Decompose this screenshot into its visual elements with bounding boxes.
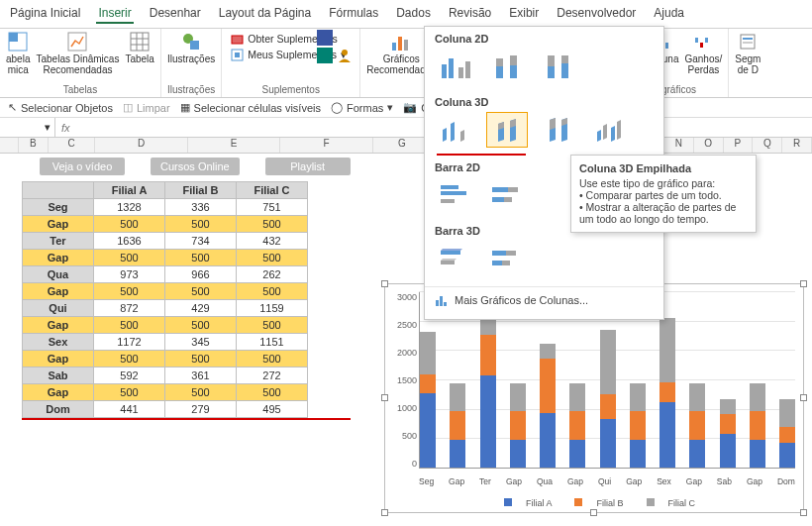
stacked-column-3d[interactable]	[486, 112, 528, 148]
table-cell[interactable]: 429	[165, 300, 237, 317]
table-row[interactable]: Qua973966262	[23, 266, 308, 283]
playlist-button[interactable]: Playlist	[265, 158, 351, 175]
table-row[interactable]: Qui8724291159	[23, 300, 308, 317]
table-cell[interactable]: 272	[237, 368, 308, 384]
table-cell[interactable]: 973	[94, 266, 165, 283]
table-cell[interactable]: 500	[165, 384, 237, 401]
table-cell[interactable]: 441	[94, 401, 165, 418]
col-c[interactable]: C	[49, 138, 96, 153]
select-visible-button[interactable]: ▦Selecionar células visíveis	[180, 101, 321, 114]
tab-dev[interactable]: Desenvolvedor	[555, 4, 638, 24]
table-row[interactable]: Sab592361272	[23, 368, 308, 384]
tab-inserir[interactable]: Inserir	[96, 4, 133, 24]
table-row[interactable]: Sex11723451151	[23, 334, 308, 351]
table-cell[interactable]: 345	[165, 334, 237, 351]
table-cell[interactable]: 1159	[237, 300, 308, 317]
name-box[interactable]: ▾	[0, 118, 55, 137]
table-cell[interactable]: 872	[94, 300, 165, 317]
table-cell[interactable]: 500	[94, 384, 165, 401]
table-cell[interactable]: 592	[94, 368, 165, 384]
table-cell[interactable]: 500	[237, 351, 308, 368]
table-cell[interactable]: 500	[165, 250, 237, 266]
stacked-column-2d[interactable]	[486, 49, 528, 84]
col-d[interactable]: D	[95, 138, 187, 153]
stacked100-column-2d[interactable]	[538, 49, 579, 84]
fx-icon[interactable]: fx	[55, 122, 76, 134]
clustered-bar-3d[interactable]	[435, 241, 476, 276]
col-f[interactable]: F	[280, 138, 372, 153]
rec-pivot-button[interactable]: Tabelas Dinâmicas Recomendadas	[36, 31, 119, 75]
table-cell[interactable]: 500	[165, 351, 237, 368]
table-cell[interactable]: 1151	[237, 334, 308, 351]
tab-ajuda[interactable]: Ajuda	[652, 4, 686, 24]
pivot-table-button[interactable]: abela mica	[6, 31, 30, 75]
col-o[interactable]: O	[694, 138, 724, 153]
table-row[interactable]: Gap500500500	[23, 250, 308, 266]
people-icon[interactable]	[337, 48, 353, 63]
table-row[interactable]: Ter1636734432	[23, 233, 308, 250]
table-row[interactable]: Gap500500500	[23, 216, 308, 233]
table-cell[interactable]: 1172	[94, 334, 165, 351]
tab-revisao[interactable]: Revisão	[447, 4, 493, 24]
data-table[interactable]: Filial A Filial B Filial C Seg1328336751…	[22, 181, 308, 418]
table-cell[interactable]: 279	[165, 401, 237, 418]
table-row[interactable]: Gap500500500	[23, 351, 308, 368]
table-cell[interactable]: 500	[237, 283, 308, 300]
courses-button[interactable]: Cursos Online	[151, 158, 240, 175]
table-cell[interactable]: 500	[165, 317, 237, 334]
table-row[interactable]: Dom441279495	[23, 401, 308, 418]
table-cell[interactable]: 1328	[94, 199, 165, 216]
tab-exibir[interactable]: Exibir	[507, 4, 541, 24]
table-cell[interactable]: 500	[237, 250, 308, 266]
visio-icon[interactable]	[317, 30, 333, 46]
table-cell[interactable]: 500	[237, 384, 308, 401]
select-objects-button[interactable]: ↖Selecionar Objetos	[8, 101, 113, 114]
table-cell[interactable]: 500	[94, 351, 165, 368]
col-q[interactable]: Q	[753, 138, 782, 153]
tab-layout[interactable]: Layout da Página	[217, 4, 313, 24]
table-cell[interactable]: 751	[237, 199, 308, 216]
tab-home[interactable]: Página Inicial	[8, 4, 82, 24]
table-cell[interactable]: 500	[94, 283, 165, 300]
tab-dados[interactable]: Dados	[394, 4, 433, 24]
table-cell[interactable]: 262	[237, 266, 308, 283]
col-b[interactable]: B	[19, 138, 49, 153]
stacked-bar-3d[interactable]	[486, 241, 528, 276]
table-cell[interactable]: 734	[165, 233, 237, 250]
clustered-column-3d[interactable]	[435, 112, 476, 148]
stacked-bar-2d[interactable]	[486, 177, 528, 213]
col-p[interactable]: P	[724, 138, 754, 153]
bing-icon[interactable]	[317, 48, 333, 63]
clustered-column-2d[interactable]	[435, 49, 476, 84]
table-cell[interactable]: 966	[165, 266, 237, 283]
col-e[interactable]: E	[188, 138, 280, 153]
table-cell[interactable]: 500	[94, 317, 165, 334]
table-cell[interactable]: 500	[94, 216, 165, 233]
sparkline-winloss-button[interactable]: Ganhos/ Perdas	[684, 31, 722, 75]
stacked100-column-3d[interactable]	[538, 112, 579, 148]
column-3d[interactable]	[589, 112, 631, 148]
col-r[interactable]: R	[782, 138, 812, 153]
video-button[interactable]: Veja o vídeo	[40, 158, 125, 175]
shapes-button[interactable]: ◯Formas▾	[331, 101, 393, 114]
table-cell[interactable]: 500	[237, 216, 308, 233]
table-cell[interactable]: 500	[165, 283, 237, 300]
tab-formulas[interactable]: Fórmulas	[327, 4, 380, 24]
table-cell[interactable]: 1636	[94, 233, 165, 250]
illustrations-button[interactable]: Ilustrações	[167, 31, 215, 65]
slicer-button[interactable]: Segm de D	[735, 31, 761, 75]
table-row[interactable]: Gap500500500	[23, 317, 308, 334]
table-cell[interactable]: 495	[237, 401, 308, 418]
table-row[interactable]: Seg1328336751	[23, 199, 308, 216]
tab-desenhar[interactable]: Desenhar	[148, 4, 203, 24]
table-cell[interactable]: 432	[237, 233, 308, 250]
table-cell[interactable]: 361	[165, 368, 237, 384]
col-n[interactable]: N	[664, 138, 694, 153]
table-button[interactable]: Tabela	[125, 31, 153, 65]
clear-button[interactable]: ◫Limpar	[123, 101, 170, 114]
table-row[interactable]: Gap500500500	[23, 384, 308, 401]
chevron-down-icon[interactable]: ▾	[45, 121, 51, 134]
table-cell[interactable]: 336	[165, 199, 237, 216]
table-row[interactable]: Gap500500500	[23, 283, 308, 300]
more-column-charts[interactable]: Mais Gráficos de Colunas...	[425, 286, 663, 313]
